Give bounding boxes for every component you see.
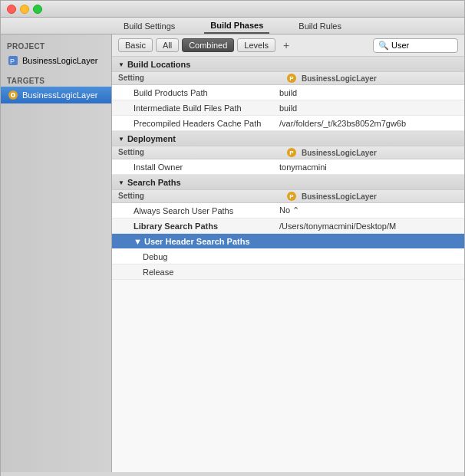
triangle-icon: ▼ xyxy=(118,136,124,143)
deployment-title: Deployment xyxy=(127,134,176,143)
build-locations-header[interactable]: ▼ Build Locations xyxy=(112,57,464,72)
setting-value: build xyxy=(279,103,458,113)
search-icon: 🔍 xyxy=(378,41,389,51)
col-header-value-2: P BusinessLogicLayer xyxy=(287,192,458,201)
search-box: 🔍 xyxy=(373,38,458,53)
triangle-icon: ▼ xyxy=(118,61,124,68)
table-row[interactable]: Build Products Path build xyxy=(112,85,464,100)
filter-combined-button[interactable]: Combined xyxy=(182,38,234,52)
targets-section-label: TARGETS xyxy=(1,74,111,87)
table-row[interactable]: ▼ User Header Search Paths xyxy=(112,234,464,249)
annotation-area: 双击弹出对话框 recursive ▾ xyxy=(1,472,464,476)
tab-build-rules[interactable]: Build Rules xyxy=(292,19,348,33)
project-name: BusinessLogicLayer xyxy=(22,56,97,65)
setting-name: Intermediate Build Files Path xyxy=(134,103,279,113)
close-button[interactable] xyxy=(7,5,16,14)
top-tab-bar: Build Settings Build Phases Build Rules xyxy=(1,18,464,34)
settings-scroll: ▼ Build Locations Setting P BusinessLogi… xyxy=(112,57,464,472)
project-icon: P xyxy=(7,54,19,67)
maximize-button[interactable] xyxy=(33,5,42,14)
target-icon xyxy=(7,89,19,101)
col-header-setting-0: Setting xyxy=(118,74,287,83)
setting-value: build xyxy=(279,88,458,97)
add-filter-button[interactable]: + xyxy=(279,38,294,53)
col-header-setting-2: Setting xyxy=(118,192,287,201)
build-locations-title: Build Locations xyxy=(127,60,191,69)
build-locations-col-headers: Setting P BusinessLogicLayer xyxy=(112,72,464,85)
setting-value: No ⌃ xyxy=(279,205,458,215)
table-row[interactable]: Library Search Paths /Users/tonymacmini/… xyxy=(112,218,464,234)
table-row[interactable]: Release xyxy=(112,264,464,280)
title-bar xyxy=(1,1,464,18)
setting-name: Precompiled Headers Cache Path xyxy=(134,119,279,128)
setting-value: /Users/tonymacmini/Desktop/M xyxy=(279,222,458,231)
search-paths-title: Search Paths xyxy=(127,178,181,187)
project-col-icon-3: P xyxy=(287,192,296,201)
sidebar-item-target[interactable]: BusinessLogicLayer xyxy=(1,87,111,103)
sidebar: PROJECT P BusinessLogicLayer TARGETS xyxy=(1,34,112,472)
main-layout: PROJECT P BusinessLogicLayer TARGETS xyxy=(1,34,464,472)
setting-name: Build Products Path xyxy=(134,88,279,97)
col-header-value-1: P BusinessLogicLayer xyxy=(287,148,458,157)
svg-text:P: P xyxy=(10,57,15,65)
setting-name: Library Search Paths xyxy=(134,222,279,231)
content-area: Basic All Combined Levels + 🔍 ▼ Build Lo… xyxy=(112,34,464,472)
deployment-section: ▼ Deployment Setting P BusinessLogicLaye… xyxy=(112,131,464,175)
annotation-arrows xyxy=(1,472,465,476)
traffic-lights xyxy=(7,5,42,14)
filter-all-button[interactable]: All xyxy=(156,38,179,52)
setting-value: tonymacmini xyxy=(279,162,458,172)
setting-name: Release xyxy=(143,268,289,277)
main-window: Build Settings Build Phases Build Rules … xyxy=(0,0,465,476)
project-col-icon: P xyxy=(287,74,296,83)
triangle-icon: ▼ xyxy=(118,179,124,186)
setting-name: ▼ User Header Search Paths xyxy=(134,237,279,246)
table-row[interactable]: Debug xyxy=(112,249,464,264)
filter-levels-button[interactable]: Levels xyxy=(237,38,275,52)
target-name: BusinessLogicLayer xyxy=(22,90,97,100)
project-section-label: PROJECT xyxy=(1,39,111,52)
filter-bar: Basic All Combined Levels + 🔍 xyxy=(112,34,464,57)
tab-build-settings[interactable]: Build Settings xyxy=(117,19,181,33)
setting-name: Debug xyxy=(143,252,289,261)
minimize-button[interactable] xyxy=(20,5,29,14)
search-paths-col-headers: Setting P BusinessLogicLayer xyxy=(112,190,464,203)
filter-basic-button[interactable]: Basic xyxy=(118,38,153,52)
deployment-col-headers: Setting P BusinessLogicLayer xyxy=(112,146,464,159)
deployment-header[interactable]: ▼ Deployment xyxy=(112,131,464,146)
search-paths-section: ▼ Search Paths Setting P BusinessLogicLa… xyxy=(112,175,464,280)
setting-name: Always Search User Paths xyxy=(134,206,279,215)
svg-point-4 xyxy=(12,94,15,97)
search-paths-header[interactable]: ▼ Search Paths xyxy=(112,175,464,190)
setting-name: Install Owner xyxy=(134,162,279,172)
col-header-setting-1: Setting xyxy=(118,148,287,157)
project-col-icon-2: P xyxy=(287,148,296,157)
search-input[interactable] xyxy=(391,41,453,50)
table-row[interactable]: Precompiled Headers Cache Path /var/fold… xyxy=(112,116,464,131)
setting-value: /var/folders/_t/k23bs8052m7gw6b xyxy=(279,119,458,128)
table-row[interactable]: Intermediate Build Files Path build xyxy=(112,100,464,116)
build-locations-section: ▼ Build Locations Setting P BusinessLogi… xyxy=(112,57,464,131)
table-row[interactable]: Install Owner tonymacmini xyxy=(112,159,464,175)
sidebar-item-project[interactable]: P BusinessLogicLayer xyxy=(1,52,111,69)
col-header-value-0: P BusinessLogicLayer xyxy=(287,74,458,83)
table-row[interactable]: Always Search User Paths No ⌃ xyxy=(112,203,464,218)
tab-build-phases[interactable]: Build Phases xyxy=(204,18,269,34)
